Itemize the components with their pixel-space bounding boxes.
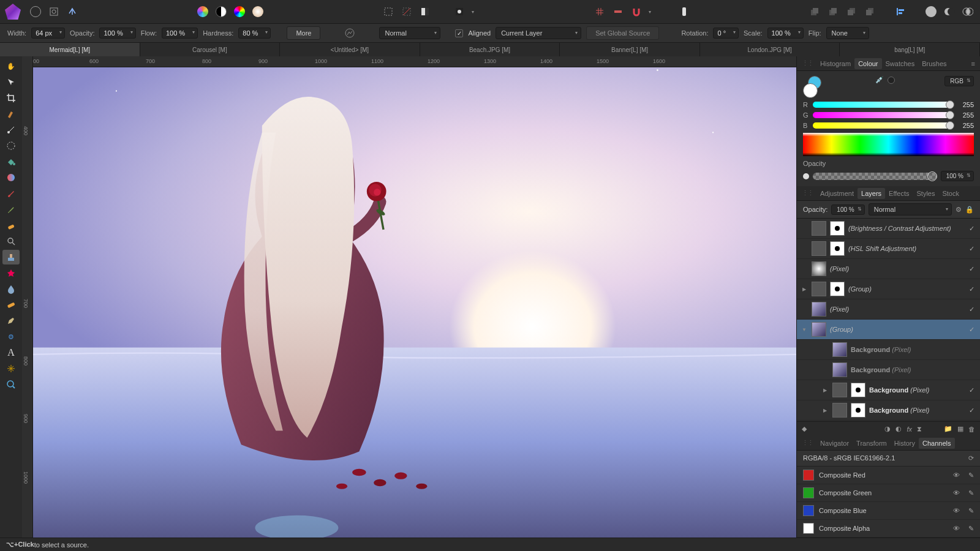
reset-channels-icon[interactable]: ⟳ bbox=[968, 454, 974, 462]
eyedropper-icon[interactable]: 💉 bbox=[875, 76, 884, 84]
pan-tool-icon[interactable]: ✋ bbox=[2, 59, 20, 73]
layer-settings-cog-icon[interactable]: ⚙ bbox=[956, 206, 962, 214]
colour-spectrum[interactable] bbox=[803, 133, 974, 156]
layer-target-select[interactable]: Current Layer bbox=[496, 27, 581, 39]
arrange-back-icon[interactable] bbox=[807, 4, 822, 19]
paint-brush-icon[interactable] bbox=[2, 186, 20, 201]
channel-visible-icon[interactable]: 👁 bbox=[953, 489, 960, 497]
ruler-horizontal[interactable]: 0060070080090010001100120013001400150016… bbox=[33, 56, 796, 67]
patch-tool-icon[interactable] bbox=[2, 298, 20, 312]
crop-tool-icon[interactable] bbox=[2, 91, 20, 105]
channel-row[interactable]: Composite Green👁✎ bbox=[797, 484, 980, 502]
marquee-tool-icon[interactable] bbox=[2, 122, 20, 137]
panel-tab[interactable]: Brushes bbox=[918, 58, 950, 69]
panel-tab[interactable]: Histogram bbox=[816, 58, 854, 69]
crop-layer-icon[interactable]: ⧗ bbox=[917, 425, 922, 433]
drag-handle-icon[interactable]: ⋮⋮ bbox=[802, 439, 813, 447]
snap-axis-icon[interactable] bbox=[611, 4, 625, 19]
add-layer-icon[interactable]: ▦ bbox=[957, 425, 963, 433]
drag-handle-icon[interactable]: ⋮⋮ bbox=[802, 189, 813, 197]
quick-mask-icon[interactable]: ▾ bbox=[452, 4, 477, 19]
layer-lock-icon[interactable]: 🔒 bbox=[965, 206, 974, 214]
opacity-value[interactable]: 100 % bbox=[941, 171, 974, 181]
layer-row[interactable]: (HSL Shift Adjustment)✓ bbox=[797, 239, 980, 259]
channel-visible-icon[interactable]: 👁 bbox=[953, 471, 960, 479]
channel-visible-icon[interactable]: 👁 bbox=[953, 507, 960, 514]
more-button[interactable]: More bbox=[287, 26, 320, 40]
channel-visible-icon[interactable]: 👁 bbox=[953, 525, 960, 532]
pen-tool-icon[interactable] bbox=[2, 313, 20, 328]
layer-visible-toggle[interactable]: ✓ bbox=[967, 285, 976, 293]
front-colour-swatch[interactable] bbox=[803, 83, 818, 98]
layer-row[interactable]: Background (Pixel) bbox=[797, 360, 980, 380]
panel-tab[interactable]: Transform bbox=[853, 438, 891, 449]
group-layer-icon[interactable]: 📁 bbox=[944, 425, 952, 433]
magnet-snap-icon[interactable] bbox=[629, 4, 644, 19]
move-tool-icon[interactable] bbox=[2, 75, 20, 89]
document-tab[interactable]: <Untitled> [M] bbox=[280, 43, 420, 56]
shape-tool-icon[interactable] bbox=[2, 138, 20, 153]
bw-contrast-icon[interactable] bbox=[214, 4, 228, 19]
layer-visible-toggle[interactable]: ✓ bbox=[967, 265, 976, 273]
layer-row[interactable]: (Brightness / Contrast Adjustment)✓ bbox=[797, 219, 980, 239]
channel-row[interactable]: Composite Red👁✎ bbox=[797, 467, 980, 484]
document-tab[interactable]: bang[L] [M] bbox=[840, 43, 980, 56]
marquee-rect-icon[interactable] bbox=[381, 4, 396, 19]
grid-snap-icon[interactable] bbox=[592, 4, 607, 19]
blur-tool-icon[interactable] bbox=[2, 282, 20, 296]
delete-layer-icon[interactable]: 🗑 bbox=[968, 425, 975, 433]
marquee-diag-icon[interactable] bbox=[399, 4, 414, 19]
scale-field[interactable]: 100 % bbox=[767, 28, 804, 39]
ruler-vertical[interactable]: 4007008009001000 bbox=[22, 56, 33, 538]
colour-mode-select[interactable]: RGB bbox=[944, 76, 974, 86]
colour-wheel-icon[interactable] bbox=[232, 4, 247, 19]
expand-caret-icon[interactable]: ▼ bbox=[801, 327, 808, 332]
arrange-front-icon[interactable] bbox=[862, 4, 877, 19]
document-tab[interactable]: Mermaid[L] [M] bbox=[0, 43, 140, 56]
opacity-field[interactable]: 100 % bbox=[99, 28, 135, 39]
document-tab[interactable]: Carousel [M] bbox=[140, 43, 281, 56]
refine-selection-icon[interactable] bbox=[418, 4, 432, 19]
mask-layer-icon[interactable]: ◑ bbox=[884, 425, 891, 433]
document-tab[interactable]: Beach.JPG [M] bbox=[420, 43, 560, 56]
zoom-tool-icon[interactable] bbox=[2, 234, 20, 249]
add-op-icon[interactable] bbox=[924, 4, 938, 19]
g-value[interactable]: 255 bbox=[957, 111, 974, 119]
clone-tool-icon[interactable] bbox=[2, 250, 20, 264]
panel-tab[interactable]: Styles bbox=[913, 188, 939, 199]
width-field[interactable]: 64 px bbox=[31, 28, 65, 39]
panel-tab[interactable]: History bbox=[891, 438, 919, 449]
layer-row[interactable]: (Pixel)✓ bbox=[797, 299, 980, 320]
layer-blend-select[interactable]: Normal bbox=[869, 203, 952, 216]
aligned-checkbox[interactable] bbox=[455, 29, 463, 37]
layer-row[interactable]: Background (Pixel) bbox=[797, 340, 980, 360]
expand-caret-icon[interactable]: ▶ bbox=[821, 408, 829, 413]
layer-row[interactable]: ▼(Group)✓ bbox=[797, 320, 980, 340]
layer-visible-toggle[interactable]: ✓ bbox=[967, 245, 976, 253]
channel-row[interactable]: Composite Alpha👁✎ bbox=[797, 520, 980, 538]
opacity-slider[interactable] bbox=[813, 173, 937, 180]
panel-menu-icon[interactable]: ≡ bbox=[971, 60, 975, 67]
heal-tool-icon[interactable] bbox=[2, 266, 20, 280]
expand-caret-icon[interactable]: ▶ bbox=[821, 388, 829, 393]
mesh-tool-icon[interactable] bbox=[2, 361, 20, 376]
selection-brush-icon[interactable] bbox=[2, 107, 20, 121]
drag-handle-icon[interactable]: ⋮⋮ bbox=[802, 59, 813, 67]
r-value[interactable]: 255 bbox=[957, 101, 974, 108]
canvas[interactable] bbox=[33, 67, 796, 538]
document-tab[interactable]: Banner[L] [M] bbox=[560, 43, 700, 56]
layer-visible-toggle[interactable]: ✓ bbox=[967, 326, 976, 334]
sample-colour-icon[interactable] bbox=[888, 77, 895, 84]
text-tool-icon[interactable]: A bbox=[2, 345, 20, 360]
layer-visible-toggle[interactable]: ✓ bbox=[967, 386, 976, 394]
panel-tab[interactable]: Swatches bbox=[882, 58, 919, 69]
colour-swatches[interactable] bbox=[803, 76, 825, 98]
expand-caret-icon[interactable]: ▶ bbox=[801, 287, 808, 292]
subtract-op-icon[interactable] bbox=[942, 4, 957, 19]
stabilizer-icon[interactable] bbox=[342, 26, 357, 40]
document-tab[interactable]: London.JPG [M] bbox=[700, 43, 840, 56]
panel-tab[interactable]: Adjustment bbox=[816, 188, 858, 199]
set-global-source-button[interactable]: Set Global Source bbox=[586, 26, 659, 40]
flood-fill-icon[interactable] bbox=[2, 154, 20, 169]
fx-layer-icon[interactable]: fx bbox=[907, 425, 912, 433]
